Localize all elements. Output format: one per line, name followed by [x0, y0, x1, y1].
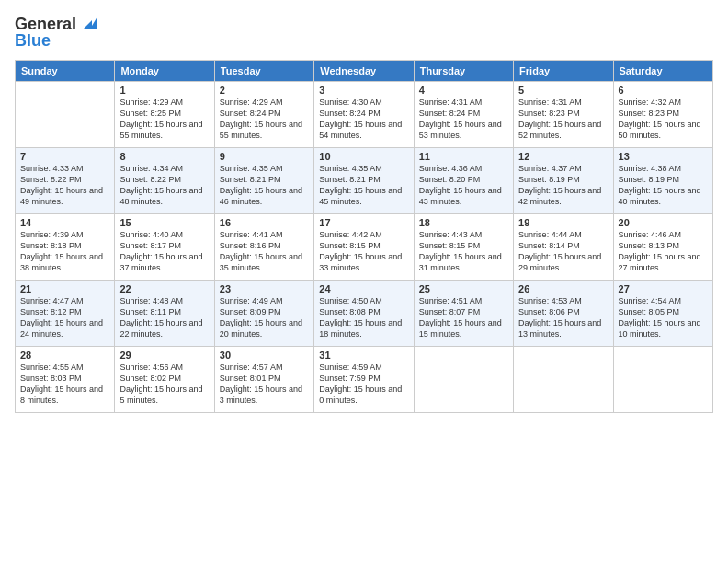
day-info: Sunrise: 4:40 AMSunset: 8:17 PMDaylight:…	[119, 229, 209, 274]
day-number: 1	[119, 85, 209, 96]
logo-icon	[79, 13, 99, 33]
day-number: 6	[619, 85, 708, 96]
calendar-header-row: SundayMondayTuesdayWednesdayThursdayFrid…	[16, 61, 713, 82]
day-number: 27	[619, 283, 708, 294]
day-number: 11	[419, 151, 508, 162]
day-info: Sunrise: 4:29 AMSunset: 8:24 PMDaylight:…	[220, 97, 309, 142]
calendar-cell: 31Sunrise: 4:59 AMSunset: 7:59 PMDayligh…	[314, 347, 414, 413]
day-info: Sunrise: 4:51 AMSunset: 8:07 PMDaylight:…	[419, 295, 508, 340]
page: General Blue SundayMondayTuesdayWednesda…	[0, 0, 728, 563]
calendar-cell: 9Sunrise: 4:35 AMSunset: 8:21 PMDaylight…	[214, 148, 313, 214]
calendar-table: SundayMondayTuesdayWednesdayThursdayFrid…	[15, 60, 713, 413]
day-number: 5	[518, 85, 608, 96]
day-number: 17	[319, 217, 408, 228]
calendar-cell: 12Sunrise: 4:37 AMSunset: 8:19 PMDayligh…	[514, 148, 613, 214]
day-info: Sunrise: 4:47 AMSunset: 8:12 PMDaylight:…	[20, 295, 109, 340]
day-number: 9	[220, 151, 309, 162]
day-info: Sunrise: 4:30 AMSunset: 8:24 PMDaylight:…	[319, 97, 408, 142]
calendar-week-5: 28Sunrise: 4:55 AMSunset: 8:03 PMDayligh…	[16, 347, 713, 413]
day-number: 19	[518, 217, 608, 228]
calendar-cell: 13Sunrise: 4:38 AMSunset: 8:19 PMDayligh…	[613, 148, 712, 214]
calendar-cell: 14Sunrise: 4:39 AMSunset: 8:18 PMDayligh…	[16, 214, 115, 281]
calendar-cell: 26Sunrise: 4:53 AMSunset: 8:06 PMDayligh…	[514, 281, 613, 347]
day-info: Sunrise: 4:50 AMSunset: 8:08 PMDaylight:…	[319, 295, 408, 340]
svg-marker-0	[83, 17, 97, 29]
day-number: 8	[119, 151, 209, 162]
day-info: Sunrise: 4:46 AMSunset: 8:13 PMDaylight:…	[619, 229, 708, 274]
day-info: Sunrise: 4:33 AMSunset: 8:22 PMDaylight:…	[20, 163, 109, 208]
day-number: 4	[419, 85, 508, 96]
calendar-cell: 23Sunrise: 4:49 AMSunset: 8:09 PMDayligh…	[214, 281, 313, 347]
calendar-cell: 22Sunrise: 4:48 AMSunset: 8:11 PMDayligh…	[115, 281, 214, 347]
calendar-cell: 7Sunrise: 4:33 AMSunset: 8:22 PMDaylight…	[16, 148, 115, 214]
calendar-cell	[16, 82, 115, 148]
day-info: Sunrise: 4:37 AMSunset: 8:19 PMDaylight:…	[518, 163, 608, 208]
calendar-cell: 15Sunrise: 4:40 AMSunset: 8:17 PMDayligh…	[115, 214, 214, 281]
calendar-cell: 29Sunrise: 4:56 AMSunset: 8:02 PMDayligh…	[115, 347, 214, 413]
day-number: 28	[20, 350, 109, 361]
header: General Blue	[15, 15, 713, 51]
day-number: 2	[220, 85, 309, 96]
weekday-header-monday: Monday	[115, 61, 214, 82]
weekday-header-sunday: Sunday	[16, 61, 115, 82]
day-number: 23	[220, 283, 309, 294]
calendar-cell	[613, 347, 712, 413]
day-number: 13	[619, 151, 708, 162]
calendar-cell: 8Sunrise: 4:34 AMSunset: 8:22 PMDaylight…	[115, 148, 214, 214]
calendar-cell: 4Sunrise: 4:31 AMSunset: 8:24 PMDaylight…	[414, 82, 513, 148]
day-number: 25	[419, 283, 508, 294]
calendar-cell: 20Sunrise: 4:46 AMSunset: 8:13 PMDayligh…	[613, 214, 712, 281]
calendar-cell	[414, 347, 513, 413]
day-info: Sunrise: 4:49 AMSunset: 8:09 PMDaylight:…	[220, 295, 309, 340]
day-info: Sunrise: 4:56 AMSunset: 8:02 PMDaylight:…	[119, 362, 209, 407]
day-info: Sunrise: 4:32 AMSunset: 8:23 PMDaylight:…	[619, 97, 708, 142]
calendar-cell: 25Sunrise: 4:51 AMSunset: 8:07 PMDayligh…	[414, 281, 513, 347]
calendar-cell: 5Sunrise: 4:31 AMSunset: 8:23 PMDaylight…	[514, 82, 613, 148]
day-info: Sunrise: 4:43 AMSunset: 8:15 PMDaylight:…	[419, 229, 508, 274]
calendar-week-1: 1Sunrise: 4:29 AMSunset: 8:25 PMDaylight…	[16, 82, 713, 148]
calendar-week-4: 21Sunrise: 4:47 AMSunset: 8:12 PMDayligh…	[16, 281, 713, 347]
day-number: 10	[319, 151, 408, 162]
day-number: 24	[319, 283, 408, 294]
calendar-cell: 19Sunrise: 4:44 AMSunset: 8:14 PMDayligh…	[514, 214, 613, 281]
day-number: 22	[119, 283, 209, 294]
weekday-header-friday: Friday	[514, 61, 613, 82]
day-number: 3	[319, 85, 408, 96]
day-number: 31	[319, 350, 408, 361]
day-number: 30	[220, 350, 309, 361]
day-number: 14	[20, 217, 109, 228]
calendar-cell: 27Sunrise: 4:54 AMSunset: 8:05 PMDayligh…	[613, 281, 712, 347]
calendar-cell: 28Sunrise: 4:55 AMSunset: 8:03 PMDayligh…	[16, 347, 115, 413]
calendar-cell: 24Sunrise: 4:50 AMSunset: 8:08 PMDayligh…	[314, 281, 414, 347]
day-info: Sunrise: 4:53 AMSunset: 8:06 PMDaylight:…	[518, 295, 608, 340]
calendar-cell: 1Sunrise: 4:29 AMSunset: 8:25 PMDaylight…	[115, 82, 214, 148]
calendar-week-3: 14Sunrise: 4:39 AMSunset: 8:18 PMDayligh…	[16, 214, 713, 281]
weekday-header-wednesday: Wednesday	[314, 61, 414, 82]
day-info: Sunrise: 4:38 AMSunset: 8:19 PMDaylight:…	[619, 163, 708, 208]
calendar-cell: 6Sunrise: 4:32 AMSunset: 8:23 PMDaylight…	[613, 82, 712, 148]
day-number: 7	[20, 151, 109, 162]
logo-blue-text: Blue	[15, 31, 99, 51]
weekday-header-tuesday: Tuesday	[214, 61, 313, 82]
calendar-cell: 16Sunrise: 4:41 AMSunset: 8:16 PMDayligh…	[214, 214, 313, 281]
day-info: Sunrise: 4:36 AMSunset: 8:20 PMDaylight:…	[419, 163, 508, 208]
calendar-week-2: 7Sunrise: 4:33 AMSunset: 8:22 PMDaylight…	[16, 148, 713, 214]
calendar-cell: 30Sunrise: 4:57 AMSunset: 8:01 PMDayligh…	[214, 347, 313, 413]
day-number: 20	[619, 217, 708, 228]
day-number: 15	[119, 217, 209, 228]
calendar-cell	[514, 347, 613, 413]
day-info: Sunrise: 4:57 AMSunset: 8:01 PMDaylight:…	[220, 362, 309, 407]
calendar-cell: 3Sunrise: 4:30 AMSunset: 8:24 PMDaylight…	[314, 82, 414, 148]
day-info: Sunrise: 4:31 AMSunset: 8:24 PMDaylight:…	[419, 97, 508, 142]
weekday-header-saturday: Saturday	[613, 61, 712, 82]
day-number: 18	[419, 217, 508, 228]
day-info: Sunrise: 4:39 AMSunset: 8:18 PMDaylight:…	[20, 229, 109, 274]
day-info: Sunrise: 4:31 AMSunset: 8:23 PMDaylight:…	[518, 97, 608, 142]
logo: General Blue	[15, 15, 99, 51]
day-number: 12	[518, 151, 608, 162]
calendar-cell: 2Sunrise: 4:29 AMSunset: 8:24 PMDaylight…	[214, 82, 313, 148]
calendar-cell: 10Sunrise: 4:35 AMSunset: 8:21 PMDayligh…	[314, 148, 414, 214]
day-info: Sunrise: 4:59 AMSunset: 7:59 PMDaylight:…	[319, 362, 408, 407]
day-info: Sunrise: 4:44 AMSunset: 8:14 PMDaylight:…	[518, 229, 608, 274]
day-number: 26	[518, 283, 608, 294]
